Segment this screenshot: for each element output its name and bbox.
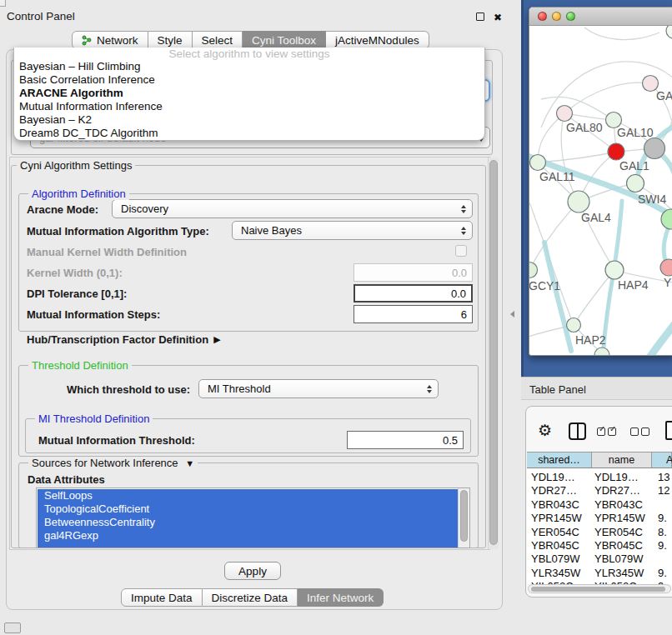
settings-scrollbar-track[interactable] (488, 158, 499, 549)
close-traffic-light[interactable] (538, 12, 547, 21)
table-hscrollbar-track[interactable] (528, 584, 671, 593)
node-label: GAL80 (566, 121, 603, 134)
minimize-traffic-light[interactable] (552, 12, 561, 21)
bottom-tab-bar: Impute Data Discretize Data Infer Networ… (121, 588, 384, 607)
kernel-width-field[interactable]: 0.0 (354, 263, 473, 282)
table-row[interactable]: YBR045CYBR045C9. (527, 539, 672, 552)
tab-network[interactable]: Network (72, 31, 148, 49)
select-all-checkbox-icon[interactable]: ✓ (597, 428, 605, 436)
table-cell (652, 498, 672, 512)
dpi-tolerance-field[interactable]: 0.0 (354, 284, 473, 302)
data-attributes-list: SelfLoopsTopologicalCoefficientBetweenne… (38, 489, 459, 548)
settings-scrollbar-thumb[interactable] (489, 160, 498, 545)
aracne-mode-value: Discovery (121, 202, 168, 215)
select-all-checkbox-icon2[interactable]: ✓ (608, 428, 616, 436)
collapsed-panel-handle[interactable] (4, 622, 21, 633)
table-cell: YPR145W (592, 512, 652, 525)
network-edge (541, 97, 614, 120)
sources-title: Sources for Network Inference (32, 457, 178, 469)
table-row[interactable]: YER054CYER054C8. (527, 526, 672, 539)
column-header-name[interactable]: name (592, 452, 652, 468)
list-scrollbar-track[interactable] (458, 488, 469, 548)
tab-impute-data[interactable]: Impute Data (121, 588, 203, 607)
algorithm-option[interactable]: Dream8 DC_TDC Algorithm (14, 127, 484, 140)
algorithm-option[interactable]: ARACNE Algorithm (14, 87, 484, 100)
network-node-pink-right[interactable] (660, 259, 672, 276)
tab-style[interactable]: Style (148, 31, 193, 49)
table-row[interactable]: YBR043CYBR043C (527, 498, 672, 512)
manual-kernel-checkbox[interactable] (455, 245, 467, 257)
mi-threshold-field[interactable]: 0.5 (347, 431, 464, 449)
apply-button[interactable]: Apply (224, 562, 281, 580)
table-row[interactable]: YLR345WYLR345W9. (527, 567, 672, 580)
network-node-hap4[interactable] (605, 261, 624, 279)
table-cell: YER054C (527, 526, 592, 539)
aracne-mode-combo[interactable]: Discovery (112, 199, 473, 218)
mi-steps-label: Mutual Information Steps: (27, 308, 160, 321)
check-glyph: ✓ (599, 424, 605, 433)
data-attribute-item-partial[interactable] (38, 542, 459, 548)
export-table-icon[interactable] (665, 421, 672, 440)
tab-infer-network[interactable]: Infer Network (298, 588, 384, 607)
network-node-gal4[interactable] (568, 191, 589, 212)
table-row[interactable]: YDL19…YDL19…13 (527, 471, 672, 484)
table-row[interactable]: YBL079WYBL079W (527, 552, 672, 566)
tab-jactivemnodules[interactable]: jActiveMNodules (326, 31, 429, 49)
panel-divider-handle[interactable] (510, 311, 514, 318)
table-hscrollbar-thumb[interactable] (531, 587, 665, 592)
tab-select[interactable]: Select (193, 31, 243, 49)
algorithm-option[interactable]: Mutual Information Inference (14, 100, 484, 113)
algorithm-option[interactable]: Basic Correlation Inference (14, 73, 484, 87)
network-node-gcy1[interactable] (529, 262, 538, 278)
column-header-shared-name[interactable]: shared… (527, 452, 592, 468)
table-cell: YBR043C (527, 498, 592, 512)
tab-label: Discretize Data (212, 592, 288, 604)
network-node-gal1[interactable] (608, 143, 624, 160)
float-window-icon[interactable] (476, 12, 484, 21)
data-attribute-item[interactable]: TopologicalCoefficient (38, 502, 459, 516)
network-canvas[interactable]: GALGAL80GAL10GAL1GAL11SWI4GAL4HAP4YGCY1H… (529, 26, 672, 356)
hub-definition-expander[interactable]: Hub/Transcription Factor Definition ▶ (27, 333, 221, 346)
kernel-width-label: Kernel Width (0,1): (27, 267, 123, 279)
combo-spinner (425, 380, 434, 398)
list-scrollbar-thumb[interactable] (460, 490, 468, 542)
network-node-hap2[interactable] (567, 318, 581, 332)
data-attribute-item[interactable]: SelfLoops (38, 489, 459, 502)
network-node-gray-node[interactable] (644, 138, 665, 159)
network-edge (538, 152, 616, 162)
maximize-traffic-light[interactable] (566, 12, 575, 21)
close-icon[interactable]: ✖ (494, 12, 502, 22)
network-node-top-right[interactable] (666, 26, 672, 38)
algorithm-option[interactable]: Bayesian – Hill Climbing (14, 60, 484, 73)
data-attributes-label: Data Attributes (28, 473, 105, 486)
data-attribute-item[interactable]: BetweennessCentrality (38, 516, 459, 529)
mi-steps-field[interactable]: 6 (354, 305, 473, 323)
which-threshold-combo[interactable]: MI Threshold (198, 379, 439, 398)
deselect-all-checkbox-icon[interactable] (630, 428, 639, 436)
sources-title-row[interactable]: Sources for Network Inference ▼ (28, 457, 198, 470)
columns-icon[interactable] (569, 422, 586, 440)
table-cell: YDL19… (592, 471, 652, 484)
mi-type-combo[interactable]: Naive Bayes (232, 221, 473, 240)
table-body: YDL19…YDL19…13YDR27…YDR27…12YBR043CYBR04… (527, 468, 672, 584)
check-glyph: ✓ (609, 424, 616, 433)
tab-discretize-data[interactable]: Discretize Data (203, 588, 298, 607)
column-header-partial[interactable]: A (652, 452, 672, 468)
tab-cyni-toolbox[interactable]: Cyni Toolbox (243, 31, 326, 49)
network-window-titlebar[interactable] (529, 8, 672, 26)
deselect-all-checkbox-icon2[interactable] (641, 428, 649, 436)
dpi-tolerance-label: DPI Tolerance [0,1]: (27, 288, 127, 300)
gear-icon[interactable]: ⚙ (538, 422, 552, 439)
network-node-gal11[interactable] (530, 155, 546, 171)
network-edge (584, 28, 659, 40)
network-window: GALGAL80GAL10GAL1GAL11SWI4GAL4HAP4YGCY1H… (529, 7, 672, 356)
network-node-gal80[interactable] (557, 106, 573, 122)
hub-definition-label: Hub/Transcription Factor Definition (27, 333, 208, 346)
table-row[interactable]: YPR145WYPR145W9. (527, 512, 672, 525)
table-row[interactable]: YDR27…YDR27…12 (527, 484, 672, 498)
network-node-swi4[interactable] (627, 175, 644, 192)
data-attribute-item[interactable]: gal4RGexp (38, 529, 459, 542)
node-label: HAP4 (618, 278, 649, 292)
algorithm-option[interactable]: Bayesian – K2 (14, 113, 484, 127)
node-label: GCY1 (529, 279, 560, 292)
